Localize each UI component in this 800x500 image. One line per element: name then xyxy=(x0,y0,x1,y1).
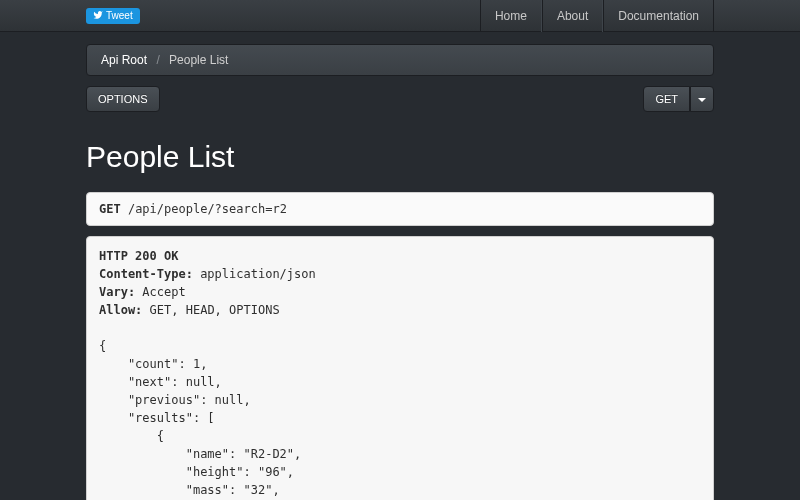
navbar: Tweet Home About Documentation xyxy=(0,0,800,32)
breadcrumb-separator: / xyxy=(150,53,165,67)
twitter-icon xyxy=(93,10,103,22)
request-path: /api/people/?search=r2 xyxy=(128,202,287,216)
chevron-down-icon xyxy=(698,98,706,102)
get-button-group: GET xyxy=(643,86,714,112)
nav-link-home[interactable]: Home xyxy=(480,0,542,32)
request-line: GET /api/people/?search=r2 xyxy=(86,192,714,226)
request-method: GET xyxy=(99,202,121,216)
get-dropdown-toggle[interactable] xyxy=(690,86,714,112)
page-title: People List xyxy=(86,140,714,174)
tweet-button[interactable]: Tweet xyxy=(86,8,140,24)
tweet-label: Tweet xyxy=(106,10,133,21)
response-body: HTTP 200 OK Content-Type: application/js… xyxy=(86,236,714,500)
toolbar: OPTIONS GET xyxy=(86,86,714,112)
breadcrumb-root[interactable]: Api Root xyxy=(101,53,147,67)
options-button[interactable]: OPTIONS xyxy=(86,86,160,112)
nav-link-about[interactable]: About xyxy=(542,0,603,32)
breadcrumb: Api Root / People List xyxy=(86,44,714,76)
get-button[interactable]: GET xyxy=(643,86,690,112)
nav-links: Home About Documentation xyxy=(480,0,714,32)
nav-link-documentation[interactable]: Documentation xyxy=(603,0,714,32)
breadcrumb-current: People List xyxy=(169,53,228,67)
